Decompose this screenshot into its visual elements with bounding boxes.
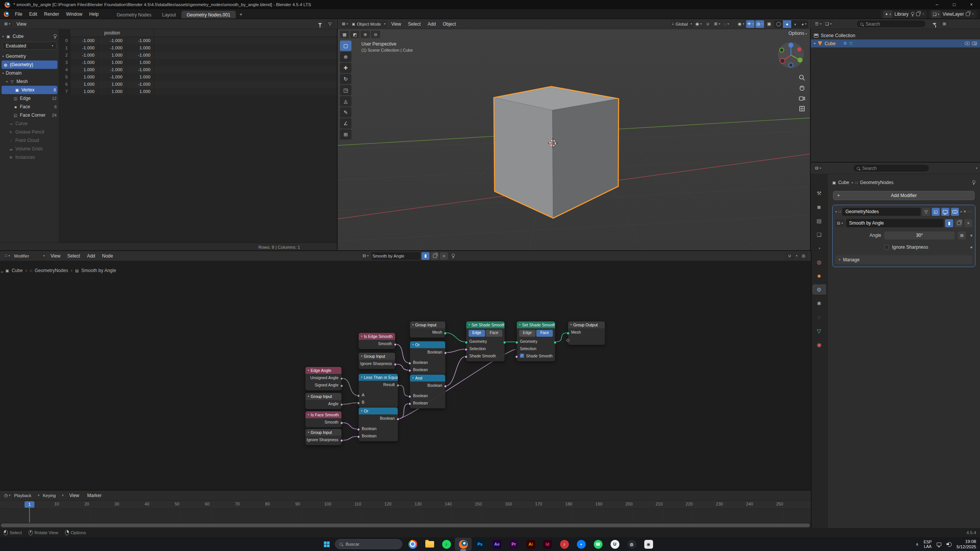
taskbar-app-google-chrome[interactable]	[404, 538, 421, 551]
node-group-browse-icon[interactable]: ⊟	[835, 219, 844, 227]
workspace-tab-layout[interactable]: Layout	[157, 11, 181, 19]
camera-view-icon[interactable]	[799, 95, 805, 102]
editor-type-icon[interactable]: ◷	[3, 492, 12, 499]
properties-tab-physics[interactable]: ◌	[812, 312, 826, 322]
menu-file[interactable]: File	[11, 11, 26, 18]
mode-dropdown[interactable]: ▣ Object Mode	[351, 20, 387, 28]
playback-menu[interactable]: Playback	[13, 492, 41, 499]
table-row[interactable]: 61.0001.000-1.000	[60, 81, 337, 88]
animate-decorator-icon[interactable]	[970, 235, 972, 236]
snap-dropdown[interactable]: ▾	[796, 254, 797, 258]
editor-type-icon[interactable]: ⊠	[340, 20, 350, 28]
pan-hand-icon[interactable]	[799, 85, 805, 91]
toggle-edge[interactable]: Edge	[519, 330, 536, 337]
pin-id-icon[interactable]	[972, 180, 975, 185]
keying-menu[interactable]: Keying	[42, 492, 65, 499]
modifier-extras-dropdown[interactable]: ▾	[960, 210, 962, 214]
node-group-input-ignore-edge[interactable]: ▾Group InputIgnore Sharpness	[358, 352, 395, 369]
drag-handle-icon[interactable]: ∷∷	[968, 210, 972, 214]
viewport-menu-object[interactable]: Object	[439, 21, 459, 28]
show-overlays-icon[interactable]: ◎	[755, 20, 764, 28]
node-menu-add[interactable]: Add	[83, 253, 98, 259]
blender-menu-icon[interactable]	[4, 11, 9, 17]
pin-icon[interactable]	[910, 12, 914, 16]
node-group-input-ignore-face[interactable]: ▾Group InputIgnore Sharpness	[305, 429, 342, 445]
delete-view-layer-icon[interactable]: ×	[972, 11, 974, 17]
taskbar-app-unreal-engine[interactable]: U	[606, 538, 623, 551]
node-group-input-mesh[interactable]: ▾Group InputMesh	[410, 321, 446, 338]
node-is-edge-smooth[interactable]: ▾Is Edge SmoothSmooth	[358, 333, 395, 349]
timeline-view-menu[interactable]: View	[66, 492, 83, 499]
shading-material-icon[interactable]: ◐	[791, 20, 800, 28]
select-mode-icon[interactable]: ◩	[350, 31, 359, 38]
attribute-toggle-icon[interactable]: ⊞	[958, 231, 966, 240]
input-socket-geometry[interactable]	[465, 341, 468, 344]
menu-help[interactable]: Help	[86, 11, 102, 18]
copy-node-group-icon[interactable]	[431, 252, 439, 260]
current-frame-badge[interactable]: 1	[24, 501, 34, 508]
tool-rotate[interactable]: ↻	[340, 74, 351, 84]
display-mode-icon[interactable]: ❏	[824, 20, 833, 28]
tool-add-cube[interactable]: ⊞	[340, 129, 351, 140]
proportional-edit-icon[interactable]: ◌	[722, 20, 731, 28]
table-row[interactable]: 51.000-1.0001.000	[60, 73, 337, 81]
node-and[interactable]: ▾AndBooleanBooleanBoolean	[410, 374, 446, 409]
snap-target-icon[interactable]: ⊞	[713, 20, 721, 28]
taskbar-search[interactable]: Buscar	[335, 539, 402, 549]
shading-wireframe-icon[interactable]: ◯	[774, 20, 783, 28]
node-group-input-angle[interactable]: ▾Group InputAngle	[305, 393, 342, 409]
hide-eye-icon[interactable]	[965, 42, 970, 45]
start-button[interactable]	[320, 538, 333, 550]
timeline-scrollbar[interactable]	[0, 523, 811, 528]
taskbar-app-photoshop[interactable]: Ps	[472, 538, 488, 551]
taskbar-app-github-desktop[interactable]: ◍	[623, 538, 640, 551]
output-socket-geometry[interactable]	[503, 341, 506, 344]
domain-item-face-corner[interactable]: ◱Face Corner24	[0, 111, 59, 119]
tool-select-box[interactable]: ▢	[340, 41, 351, 51]
breadcrumb-object[interactable]: Cube	[838, 180, 849, 185]
editor-type-icon[interactable]: ⊞	[3, 20, 12, 28]
remove-modifier-icon[interactable]: ×	[964, 209, 966, 214]
network-icon[interactable]	[937, 543, 941, 546]
node-edge-angle[interactable]: ▾Edge AngleUnsigned AngleSigned Angle	[305, 367, 342, 391]
geometry-data-item[interactable]: ◍(Geometry)	[2, 60, 57, 69]
properties-tab-modifiers[interactable]: ⚙	[812, 284, 826, 295]
realtime-display-icon[interactable]	[941, 208, 949, 216]
evaluation-mode-select[interactable]: Evaluated	[2, 42, 57, 50]
section-domain[interactable]: ▾Domain	[0, 69, 59, 77]
tweak-options-icon[interactable]: ▦	[340, 31, 349, 38]
breadcrumb-modifier[interactable]: GeometryNodes	[860, 180, 893, 185]
properties-tab-render[interactable]: ◙	[812, 202, 826, 212]
object-visibility-icon[interactable]: ◉	[737, 20, 746, 28]
new-scene-icon[interactable]	[916, 12, 920, 16]
outliner-row-cube[interactable]: ▾ Cube ⚙ ▽	[811, 39, 980, 47]
properties-tab-particles[interactable]: ✱	[812, 298, 826, 308]
snap-magnet-icon[interactable]: ∪	[704, 20, 712, 28]
breadcrumb-cube[interactable]: Cube	[11, 268, 23, 273]
properties-tab-material[interactable]: ◉	[812, 339, 826, 350]
new-view-layer-icon[interactable]	[966, 12, 970, 16]
geometry-nodes-icon[interactable]: ▽	[849, 41, 853, 46]
edit-mode-display-icon[interactable]: ◱	[932, 208, 940, 216]
domain-toggle[interactable]: EdgeFace	[466, 328, 505, 337]
input-socket-geometry[interactable]	[515, 341, 518, 344]
taskbar-app-illustrator[interactable]: Ai	[522, 538, 539, 551]
tool-cursor[interactable]: ⊕	[340, 52, 351, 62]
scene-selector[interactable]: ✦ Library ×	[880, 10, 927, 18]
tool-measure[interactable]: ∠	[340, 118, 351, 129]
editor-type-icon[interactable]: ☰	[813, 20, 823, 28]
tool-annotate[interactable]: ✎	[340, 107, 351, 117]
timeline-ruler[interactable]: 1020304050607080901001101201301401501601…	[0, 500, 811, 509]
display-cage-icon[interactable]: ▽	[922, 208, 930, 216]
domain-mesh[interactable]: ▾▽Mesh	[0, 77, 59, 86]
properties-tab-scene[interactable]: ◔	[812, 243, 826, 253]
spreadsheet-view-menu[interactable]: View	[13, 21, 30, 28]
output-socket-mesh[interactable]	[444, 332, 447, 335]
tool-move[interactable]: ✚	[340, 63, 351, 73]
clock[interactable]: 19:08 5/12/2025	[957, 539, 976, 549]
table-row[interactable]: 1-1.000-1.0001.000	[60, 44, 337, 52]
taskbar-app-after-effects[interactable]: Ae	[488, 538, 505, 551]
viewport-menu-select[interactable]: Select	[405, 21, 424, 28]
table-row[interactable]: 2-1.0001.000-1.000	[60, 52, 337, 59]
properties-tab-object-data[interactable]: ▽	[812, 326, 826, 336]
